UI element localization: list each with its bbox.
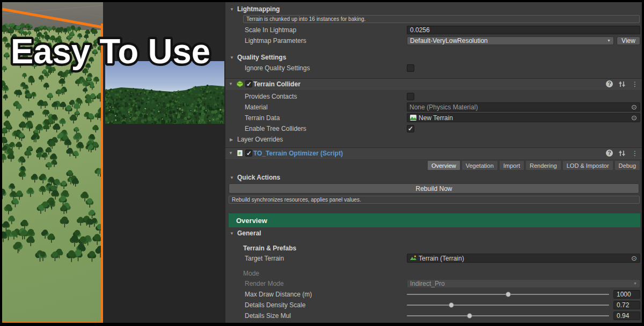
terrain-data-label: Terrain Data — [245, 114, 407, 122]
render-mode-dropdown: Indirect_Pro ▼ — [407, 279, 640, 288]
details-density-row: Details Density Scale 0.72 — [225, 300, 642, 310]
object-picker-icon[interactable]: ⊙ — [630, 114, 639, 121]
hero-title: Easy To Use — [11, 32, 210, 71]
details-density-value[interactable]: 0.72 — [613, 301, 640, 309]
foldout-icon[interactable]: ▼ — [230, 175, 237, 180]
terrain-prefabs-subheader: Terrain & Prefabs — [243, 244, 642, 252]
slider-knob[interactable] — [506, 292, 511, 297]
dropdown-arrow-icon: ▼ — [607, 39, 611, 42]
foldout-icon[interactable]: ▼ — [230, 231, 237, 236]
dropdown-arrow-icon: ▼ — [633, 281, 637, 285]
section-lightmapping[interactable]: ▼ Lightmapping — [225, 5, 642, 13]
target-terrain-row: Target Terrain Terrain (Terrain) ⊙ — [225, 253, 642, 263]
menu-kebab-icon[interactable]: ⋮ — [631, 150, 639, 157]
section-quality-settings[interactable]: ▼ Quality Settings — [225, 53, 642, 62]
provides-contacts-label: Provides Contacts — [245, 93, 407, 100]
lightmapping-info-text: Terrain is chunked up into 16 instances … — [246, 16, 365, 22]
section-general[interactable]: ▼ General — [225, 229, 642, 238]
details-density-label: Details Density Scale — [245, 301, 407, 309]
script-tab-bar: Overview Vegetation Import Rendering LOD… — [225, 160, 640, 171]
lightmap-parameters-row: Lightmap Parameters Default-VeryLowResol… — [225, 35, 642, 46]
object-picker-icon[interactable]: ⊙ — [630, 103, 639, 110]
ignore-quality-checkbox[interactable] — [407, 64, 414, 72]
enable-tree-colliders-checkbox[interactable] — [407, 125, 414, 132]
rebuild-info-text: Rebuild synchronizes resources, applies … — [232, 197, 361, 203]
rebuild-now-button[interactable]: Rebuild Now — [229, 183, 639, 194]
rebuild-info-box: Rebuild synchronizes resources, applies … — [229, 196, 640, 204]
provides-contacts-checkbox[interactable] — [407, 93, 414, 100]
details-density-slider[interactable] — [407, 301, 609, 309]
help-icon[interactable]: ? — [606, 80, 613, 87]
tab-debug[interactable]: Debug — [614, 160, 640, 171]
screenshot-root: Easy To Use ▼ Lightmapping Terrain is ch… — [0, 0, 644, 326]
lightmapping-info-box: Terrain is chunked up into 16 instances … — [243, 15, 640, 23]
foldout-icon[interactable]: ▼ — [229, 82, 236, 86]
scale-in-lightmap-row: Scale In Lightmap 0.0256 — [225, 25, 642, 35]
csharp-script-icon: # — [236, 150, 244, 157]
terrain-collider-header[interactable]: ▼ Terrain Collider ? ⋮ — [225, 78, 642, 90]
tab-lod-impostor[interactable]: LOD & Impostor — [562, 160, 613, 171]
svg-text:#: # — [238, 151, 241, 156]
script-component-header[interactable]: ▼ # TO_Terrain Optimizer (Script) ? ⋮ — [225, 147, 642, 159]
max-draw-distance-label: Max Draw Distance (m) — [245, 291, 407, 298]
terrain-data-row: Terrain Data New Terrain ⊙ — [225, 113, 642, 123]
material-label: Material — [245, 103, 407, 111]
render-mode-label: Render Mode — [245, 280, 407, 287]
section-lightmapping-label: Lightmapping — [237, 5, 280, 13]
terrain-collider-icon — [236, 80, 244, 87]
enable-tree-colliders-row: Enable Tree Colliders — [225, 123, 642, 134]
view-button[interactable]: View — [617, 36, 640, 45]
script-title: TO_Terrain Optimizer (Script) — [253, 150, 343, 157]
section-general-label: General — [237, 229, 261, 237]
details-size-label: Details Size Mul — [245, 312, 407, 320]
material-row: Material None (Physics Material) ⊙ — [225, 102, 642, 112]
section-quick-actions-label: Quick Actions — [237, 174, 280, 181]
tab-vegetation[interactable]: Vegetation — [462, 160, 498, 171]
slider-knob[interactable] — [467, 313, 472, 318]
provides-contacts-row: Provides Contacts — [225, 91, 642, 101]
max-draw-distance-row: Max Draw Distance (m) 1000 — [225, 289, 642, 299]
script-enabled-checkbox[interactable] — [245, 150, 252, 157]
layer-overrides-label: Layer Overrides — [237, 136, 283, 143]
target-terrain-object-field[interactable]: Terrain (Terrain) ⊙ — [407, 254, 640, 263]
presets-icon[interactable] — [618, 150, 626, 157]
details-size-row: Details Size Mul 0.94 — [225, 310, 642, 321]
selection-outline-orange — [2, 9, 103, 27]
details-size-slider[interactable] — [407, 312, 609, 320]
menu-kebab-icon[interactable]: ⋮ — [631, 80, 639, 88]
enable-tree-colliders-label: Enable Tree Colliders — [245, 125, 407, 132]
section-quality-settings-label: Quality Settings — [237, 54, 286, 61]
mode-subheader: Mode — [243, 270, 642, 277]
selection-outline-bottom — [2, 321, 103, 323]
foldout-closed-icon[interactable]: ▶ — [230, 137, 237, 142]
scale-in-lightmap-input[interactable]: 0.0256 — [407, 26, 640, 34]
target-terrain-label: Target Terrain — [245, 255, 407, 262]
help-icon[interactable]: ? — [606, 150, 613, 157]
terrain-object-icon — [409, 255, 417, 262]
foldout-icon[interactable]: ▼ — [229, 151, 236, 155]
foldout-icon[interactable]: ▼ — [230, 7, 237, 12]
tab-import[interactable]: Import — [499, 160, 524, 171]
max-draw-distance-value[interactable]: 1000 — [613, 290, 640, 299]
ignore-quality-row: Ignore Quality Settings — [225, 63, 642, 73]
hero-title-graphic: Easy To Use — [8, 26, 233, 77]
overview-banner: Overview — [229, 213, 640, 227]
section-quick-actions[interactable]: ▼ Quick Actions — [225, 173, 642, 182]
inspector-panel: ▼ Lightmapping Terrain is chunked up int… — [225, 2, 642, 323]
tab-overview[interactable]: Overview — [427, 160, 460, 171]
terrain-collider-title: Terrain Collider — [253, 80, 301, 88]
terrain-collider-enabled-checkbox[interactable] — [245, 80, 252, 87]
material-object-field[interactable]: None (Physics Material) ⊙ — [407, 102, 640, 112]
details-size-value[interactable]: 0.94 — [613, 312, 640, 320]
terrain-asset-icon — [409, 114, 417, 121]
object-picker-icon[interactable]: ⊙ — [630, 255, 639, 262]
presets-icon[interactable] — [618, 80, 626, 88]
lightmap-parameters-dropdown[interactable]: Default-VeryLowResolution ▼ — [407, 36, 614, 45]
max-draw-distance-slider[interactable] — [407, 290, 609, 299]
slider-knob[interactable] — [449, 302, 454, 308]
terrain-data-object-field[interactable]: New Terrain ⊙ — [407, 113, 640, 122]
layer-overrides-foldout[interactable]: ▶ Layer Overrides — [225, 135, 642, 144]
render-mode-row: Render Mode Indirect_Pro ▼ — [225, 278, 642, 288]
tab-rendering[interactable]: Rendering — [525, 160, 561, 171]
ignore-quality-label: Ignore Quality Settings — [245, 64, 407, 72]
